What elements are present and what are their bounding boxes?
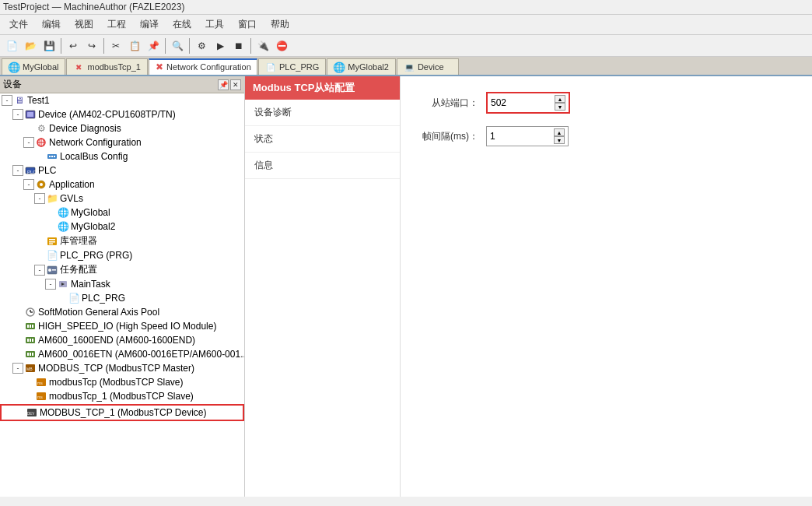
port-row: 从站端口： ▲ ▼	[416, 92, 796, 114]
menu-file[interactable]: 文件	[3, 16, 34, 33]
tree-icon-device	[24, 108, 37, 121]
tree-item-application[interactable]: - Application	[0, 177, 244, 192]
menu-edit[interactable]: 编辑	[36, 16, 67, 33]
tree-item-netconfig[interactable]: - Network Configuration	[0, 135, 244, 149]
port-input[interactable]	[491, 97, 553, 108]
tree-icon-am600-0016etn	[24, 348, 37, 360]
tree-item-softmotion[interactable]: SoftMotion General Axis Pool	[0, 305, 244, 319]
toolbar-save[interactable]: 💾	[40, 37, 58, 54]
config-menu-item-info-label: 信息	[254, 160, 273, 170]
tab-myglobal[interactable]: 🌐 MyGlobal	[2, 58, 65, 75]
toolbar-open[interactable]: 📂	[22, 37, 39, 54]
tree-item-plcprg2[interactable]: 📄 PLC_PRG	[0, 291, 244, 305]
tree-icon-plc: PLC	[24, 164, 37, 177]
config-menu-item-device-diag-label: 设备诊断	[254, 107, 292, 118]
toolbar-connect[interactable]: 🔌	[254, 37, 271, 54]
port-spinner-up[interactable]: ▲	[555, 95, 565, 103]
panel-pin-btn[interactable]: 📌	[218, 79, 229, 90]
config-menu-item-device-diag[interactable]: 设备诊断	[245, 100, 400, 126]
tree-label-gvls: GVLs	[60, 193, 83, 204]
tree-toggle-test1[interactable]: -	[2, 95, 12, 106]
tab-plc-prg[interactable]: 📄 PLC_PRG	[258, 58, 326, 75]
tab-modbustcp1[interactable]: ✖ modbusTcp_1	[66, 58, 148, 75]
toolbar-paste[interactable]: 📌	[145, 37, 162, 54]
toolbar-disconnect[interactable]: ⛔	[273, 37, 290, 54]
menu-window[interactable]: 窗口	[232, 16, 263, 33]
tab-myglobal2[interactable]: 🌐 MyGlobal2	[327, 58, 396, 75]
tree-toggle-taskconfig[interactable]: -	[34, 265, 45, 276]
port-spinner-down[interactable]: ▼	[555, 103, 565, 111]
tree-item-taskconfig[interactable]: - 任务配置	[0, 262, 244, 277]
svg-rect-28	[30, 325, 31, 328]
interval-input[interactable]	[490, 131, 552, 142]
toolbar-new[interactable]: 📄	[3, 37, 20, 54]
tab-device-icon-1: 💻	[404, 61, 415, 72]
svg-rect-1	[27, 112, 33, 117]
config-menu-item-info[interactable]: 信息	[245, 153, 400, 179]
tree-item-test1[interactable]: - 🖥 Test1	[0, 93, 244, 107]
tree-toggle-modbus-tcp[interactable]: -	[12, 363, 23, 374]
tree-scroll-container[interactable]: - 🖥 Test1 - Device (AM402-CPU1608TP/TN) …	[0, 93, 244, 497]
tree-item-localbus[interactable]: LocalBus Config	[0, 149, 244, 163]
tree-item-modbus-tcp[interactable]: - MB MODBUS_TCP (ModbusTCP Master)	[0, 361, 244, 375]
tree-item-modbus-tcp1[interactable]: DEV MODBUS_TCP_1 (ModbusTCP Device)	[0, 404, 244, 421]
svg-text:DEV: DEV	[27, 412, 34, 416]
menu-online[interactable]: 在线	[166, 16, 198, 33]
toolbar-copy[interactable]: 📋	[126, 37, 143, 54]
svg-rect-7	[49, 156, 51, 157]
tree-item-gvls[interactable]: - 📁 GVLs	[0, 192, 244, 206]
title-text: TestProject — MachineAuthor (FAZLE2023)	[3, 2, 184, 12]
tree-item-maintask[interactable]: - MainTask	[0, 277, 244, 291]
tree-label-am600-0016etn: AM600_0016ETN (AM600-0016ETP/AM600-001..…	[38, 349, 244, 360]
tree-toggle-plc[interactable]: -	[12, 165, 23, 176]
tree-label-netconfig: Network Configuration	[49, 137, 142, 148]
tree-icon-modbus-tcp: MB	[24, 362, 37, 374]
tree-toggle-device[interactable]: -	[12, 109, 23, 120]
config-menu-item-status[interactable]: 状态	[245, 126, 400, 153]
tree-item-am600-1600end[interactable]: AM600_1600END (AM600-1600END)	[0, 333, 244, 347]
svg-text:PLC: PLC	[27, 170, 36, 174]
toolbar-build[interactable]: ⚙	[193, 37, 210, 54]
tab-doc-icon-1: 📄	[265, 61, 276, 72]
tree-item-am600-0016etn[interactable]: AM600_0016ETN (AM600-0016ETP/AM600-001..…	[0, 347, 244, 361]
tab-netconfig[interactable]: ✖ Network Configuration	[149, 58, 257, 75]
svg-rect-37	[32, 353, 33, 356]
tree-item-plcprg[interactable]: 📄 PLC_PRG (PRG)	[0, 248, 244, 262]
tree-toggle-maintask[interactable]: -	[45, 279, 56, 290]
svg-rect-32	[30, 339, 31, 342]
tree-item-lib[interactable]: 库管理器	[0, 234, 244, 248]
tree-toggle-netconfig[interactable]: -	[23, 137, 34, 148]
toolbar: 📄 📂 💾 ↩ ↪ ✂ 📋 📌 🔍 ⚙ ▶ ⏹ 🔌 ⛔	[0, 35, 812, 57]
toolbar-run[interactable]: ▶	[212, 37, 229, 54]
svg-rect-20	[52, 269, 56, 271]
tree-icon-myglobal: 🌐	[57, 206, 69, 219]
tree-toggle-gvls[interactable]: -	[34, 193, 45, 204]
tree-item-myglobal2[interactable]: 🌐 MyGlobal2	[0, 220, 244, 234]
tree-label-myglobal2: MyGlobal2	[71, 221, 115, 232]
tree-item-modbustcp-slave1[interactable]: ms modbusTcp (ModbusTCP Slave)	[0, 375, 244, 389]
tree-item-modbustcp-slave2[interactable]: ms modbusTcp_1 (ModbusTCP Slave)	[0, 389, 244, 403]
menu-project[interactable]: 工程	[101, 16, 132, 33]
tree-item-device[interactable]: - Device (AM402-CPU1608TP/TN)	[0, 107, 244, 121]
toolbar-cut[interactable]: ✂	[107, 37, 124, 54]
svg-rect-27	[27, 325, 29, 328]
tree-item-device-diag[interactable]: ⚙ Device Diagnosis	[0, 121, 244, 135]
menu-tools[interactable]: 工具	[199, 16, 230, 33]
svg-rect-29	[32, 325, 33, 328]
tree-toggle-application[interactable]: -	[23, 179, 34, 190]
interval-spinner-up[interactable]: ▲	[554, 128, 565, 136]
tree-item-plc[interactable]: - PLC PLC	[0, 163, 244, 177]
toolbar-undo[interactable]: ↩	[65, 37, 82, 54]
panel-close-btn[interactable]: ✕	[230, 79, 241, 90]
interval-spinner-down[interactable]: ▼	[554, 136, 565, 144]
toolbar-redo[interactable]: ↪	[83, 37, 100, 54]
toolbar-find[interactable]: 🔍	[169, 37, 186, 54]
menu-help[interactable]: 帮助	[264, 16, 296, 33]
svg-rect-9	[54, 156, 55, 157]
tree-item-myglobal[interactable]: 🌐 MyGlobal	[0, 206, 244, 220]
tab-device[interactable]: 💻 Device	[397, 58, 459, 75]
tree-item-highspeed[interactable]: HIGH_SPEED_IO (High Speed IO Module)	[0, 319, 244, 333]
menu-compile[interactable]: 编译	[134, 16, 165, 33]
toolbar-stop[interactable]: ⏹	[230, 37, 247, 54]
menu-view[interactable]: 视图	[68, 16, 100, 33]
